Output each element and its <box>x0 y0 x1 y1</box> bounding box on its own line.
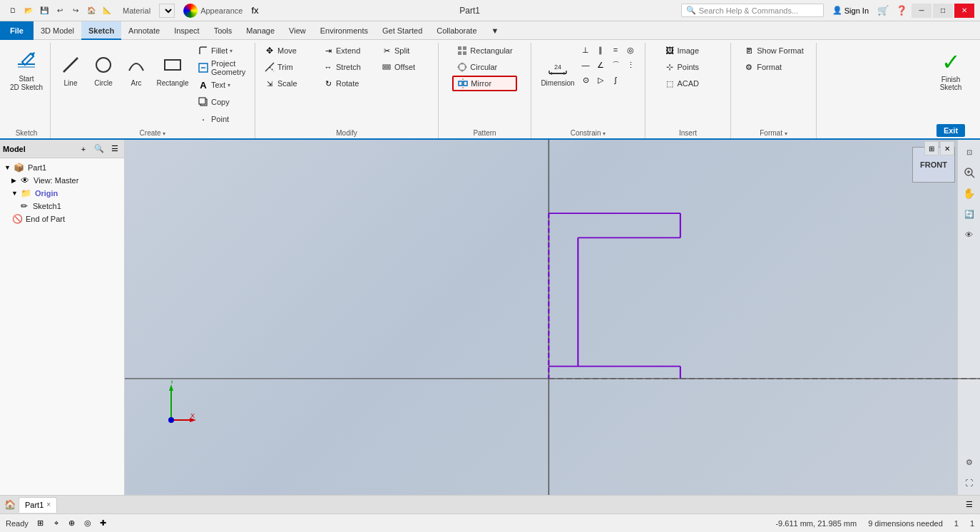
open-btn[interactable]: 📂 <box>21 4 36 18</box>
tab-menu-btn[interactable]: ☰ <box>961 500 977 509</box>
undo-btn[interactable]: ↩ <box>53 4 67 18</box>
constrain-symm-btn[interactable]: ⋮ <box>623 58 638 72</box>
menu-more[interactable]: ▼ <box>484 21 506 40</box>
browser-add-btn[interactable]: + <box>77 143 90 155</box>
menu-manage[interactable]: Manage <box>239 21 282 40</box>
home-tab[interactable]: 🏠 <box>3 498 17 512</box>
finish-sketch-btn[interactable]: ✓ FinishSketch <box>929 43 973 97</box>
sketch-group-label: Sketch <box>16 128 38 137</box>
constrain-horiz-btn[interactable]: — <box>578 58 593 72</box>
format-btn[interactable]: ⚙ Format <box>739 59 807 75</box>
browser-header: Model + 🔍 ☰ <box>0 140 124 158</box>
split-btn[interactable]: ✂ Split <box>377 43 434 58</box>
tree-item-end-of-part[interactable]: 🚫 End of Part <box>0 213 124 225</box>
search-placeholder: Search Help & Commands... <box>699 6 798 15</box>
file-menu[interactable]: File <box>0 21 34 40</box>
tree-item-part1[interactable]: ▼ 📦 Part1 <box>0 161 124 174</box>
dimensions-display: 9 dimensions needed <box>868 519 943 528</box>
circle-icon <box>91 52 116 78</box>
sketch-svg <box>125 140 980 495</box>
point-btn[interactable]: · Point <box>193 111 250 127</box>
status-axis-icon[interactable]: ✚ <box>97 517 110 530</box>
part1-tab[interactable]: Part1 × <box>19 497 57 513</box>
rotate-btn[interactable]: ↻ Rotate <box>318 76 375 91</box>
menu-collaborate[interactable]: Collaborate <box>429 21 484 40</box>
acad-btn[interactable]: ⬚ ACAD <box>660 76 717 91</box>
material-dropdown[interactable] <box>159 4 175 18</box>
menu-3dmodel[interactable]: 3D Model <box>34 21 81 40</box>
constrain-tangent-btn[interactable]: ⌒ <box>608 58 623 72</box>
offset-btn[interactable]: Offset <box>377 59 434 75</box>
menu-annotate[interactable]: Annotate <box>121 21 167 40</box>
copy-btn[interactable]: Copy <box>193 94 250 110</box>
line-btn[interactable]: Line <box>55 43 86 97</box>
rectangle-btn[interactable]: Rectangle <box>153 43 192 97</box>
menu-tools[interactable]: Tools <box>207 21 240 40</box>
canvas-area[interactable]: FRONT ⊡ ✋ 🔄 👁 ⚙ ⛶ ⊞ ✕ Y <box>125 140 980 495</box>
tree-item-sketch1[interactable]: ✏ Sketch1 <box>0 200 124 213</box>
browser-menu-btn[interactable]: ☰ <box>108 143 121 155</box>
status-icons: ⊞ ⌖ ⊕ ◎ ✚ <box>34 517 110 530</box>
rectangular-btn[interactable]: Rectangular <box>452 43 516 58</box>
menu-getstarted[interactable]: Get Started <box>375 21 429 40</box>
svg-rect-15 <box>458 46 461 50</box>
circular-btn[interactable]: Circular <box>452 59 516 75</box>
constrain-colinear-btn[interactable]: ▷ <box>593 73 608 87</box>
text-btn[interactable]: A Text ▾ <box>193 77 250 93</box>
constrain-parallel-btn[interactable]: ∥ <box>593 43 608 57</box>
start-2d-sketch-btn[interactable]: Start2D Sketch <box>7 43 46 97</box>
project-geometry-btn[interactable]: ProjectGeometry <box>193 60 250 76</box>
points-btn[interactable]: ⊹ Points <box>660 59 717 75</box>
create-col-right: Fillet ▾ ProjectGeometry A Text ▾ <box>193 43 250 127</box>
menu-environments[interactable]: Environments <box>313 21 375 40</box>
circle-btn[interactable]: Circle <box>88 43 119 97</box>
menu-sketch[interactable]: Sketch <box>81 21 121 40</box>
scale-btn[interactable]: ⇲ Scale <box>260 76 317 91</box>
fx-btn[interactable]: fx <box>251 5 258 16</box>
measure-btn[interactable]: 📐 <box>100 4 114 18</box>
move-btn[interactable]: ✥ Move <box>260 43 317 58</box>
exit-btn[interactable]: Exit <box>936 124 965 137</box>
constrain-angle-btn[interactable]: ∠ <box>593 58 608 72</box>
fillet-btn[interactable]: Fillet ▾ <box>193 43 250 58</box>
arc-btn[interactable]: Arc <box>121 43 152 97</box>
home-btn[interactable]: 🏠 <box>84 4 98 18</box>
ribbon-group-constrain: 24 Dimension ⊥ ∥ = ◎ — ∠ ⌒ <box>531 43 645 138</box>
image-btn[interactable]: 🖼 Image <box>660 43 717 58</box>
new-btn[interactable]: 🗋 <box>6 4 20 18</box>
constrain-equal-btn[interactable]: = <box>608 43 623 57</box>
constrain-concentric-btn[interactable]: ◎ <box>623 43 638 57</box>
status-ortho-icon[interactable]: ⊕ <box>66 517 78 530</box>
show-format-btn[interactable]: 🖹 Show Format <box>739 43 807 58</box>
ribbon-group-pattern: Rectangular Circular Mirror <box>439 43 531 138</box>
redo-btn[interactable]: ↪ <box>68 4 83 18</box>
trim-btn[interactable]: Trim <box>260 59 317 75</box>
help-icon[interactable]: ❓ <box>896 5 907 16</box>
cart-icon[interactable]: 🛒 <box>877 5 889 16</box>
search-box[interactable]: 🔍 Search Help & Commands... <box>681 4 824 17</box>
status-snap-icon[interactable]: ⌖ <box>50 517 63 530</box>
maximize-btn[interactable]: □ <box>933 4 953 18</box>
tree-item-origin[interactable]: ▼ 📁 Origin <box>0 187 124 200</box>
tab-close-btn[interactable]: × <box>46 501 51 508</box>
constrain-fix-btn[interactable]: ⊙ <box>578 73 593 87</box>
show-format-icon: 🖹 <box>743 45 755 56</box>
extend-btn[interactable]: ⇥ Extend <box>318 43 375 58</box>
constrain-perp-btn[interactable]: ⊥ <box>578 43 593 57</box>
signin-btn[interactable]: 👤 Sign In <box>832 6 869 15</box>
mirror-btn[interactable]: Mirror <box>452 76 516 91</box>
arc-icon <box>123 52 149 78</box>
stretch-btn[interactable]: ↔ Stretch <box>318 59 375 75</box>
status-grid-icon[interactable]: ⊞ <box>34 517 47 530</box>
end-icon: 🚫 <box>11 214 23 224</box>
browser-search-btn[interactable]: 🔍 <box>93 143 106 155</box>
status-infer-icon[interactable]: ◎ <box>81 517 94 530</box>
dimension-btn[interactable]: 24 Dimension <box>539 43 577 97</box>
close-btn[interactable]: ✕ <box>954 4 974 18</box>
minimize-btn[interactable]: ─ <box>912 4 931 18</box>
menu-inspect[interactable]: Inspect <box>167 21 206 40</box>
menu-view[interactable]: View <box>282 21 313 40</box>
tree-item-view-master[interactable]: ▶ 👁 View: Master <box>0 174 124 187</box>
save-btn[interactable]: 💾 <box>37 4 51 18</box>
constrain-smooth-btn[interactable]: ∫ <box>608 73 623 87</box>
